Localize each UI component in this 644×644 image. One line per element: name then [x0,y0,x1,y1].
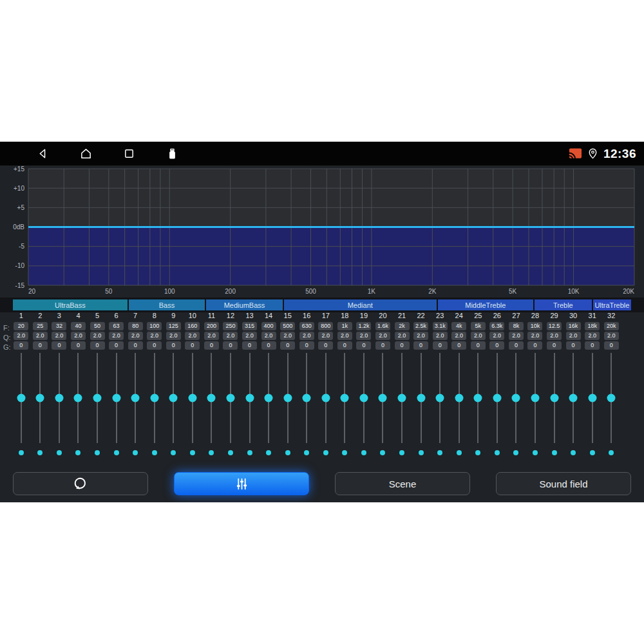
q-value[interactable]: 2.0 [261,332,276,340]
channel-indicator-dot[interactable] [285,450,290,455]
channel-indicator-dot[interactable] [228,450,233,455]
slider-knob[interactable] [436,394,444,402]
gain-value[interactable]: 0 [223,341,238,350]
slider-knob[interactable] [112,394,120,402]
gain-value[interactable]: 0 [375,341,390,350]
gain-value[interactable]: 0 [204,341,219,350]
gain-value[interactable]: 0 [489,341,504,350]
slider-knob[interactable] [607,394,616,402]
gain-value[interactable]: 0 [451,341,466,350]
gain-value[interactable]: 0 [185,341,200,350]
q-value[interactable]: 2.0 [585,332,600,340]
q-value[interactable]: 2.0 [71,332,86,340]
channel-indicator-dot[interactable] [399,450,404,455]
band-tab-mediant[interactable]: Mediant [284,299,437,310]
q-value[interactable]: 2.0 [147,332,162,340]
q-value[interactable]: 2.0 [356,332,371,340]
frequency-value[interactable]: 4k [451,322,466,330]
q-value[interactable]: 2.0 [566,332,581,340]
slider-knob[interactable] [569,394,578,402]
frequency-value[interactable]: 2k [395,322,410,330]
frequency-value[interactable]: 63 [109,322,124,330]
channel-indicator-dot[interactable] [495,450,500,455]
slider-knob[interactable] [379,394,387,402]
slider-knob[interactable] [131,394,140,402]
slider-knob[interactable] [169,394,178,402]
channel-indicator-dot[interactable] [19,450,24,455]
q-value[interactable]: 2.0 [128,332,143,340]
gain-value[interactable]: 0 [395,341,410,350]
q-value[interactable]: 2.0 [547,332,562,340]
q-value[interactable]: 2.0 [223,332,238,340]
q-value[interactable]: 2.0 [451,332,466,340]
channel-indicator-dot[interactable] [152,450,157,455]
channel-indicator-dot[interactable] [419,450,424,455]
frequency-value[interactable]: 18k [585,322,600,330]
frequency-value[interactable]: 1.2k [356,322,371,330]
slider-knob[interactable] [207,394,216,402]
frequency-value[interactable]: 2.5k [413,322,428,330]
frequency-value[interactable]: 20k [604,322,619,330]
band-tab-bass[interactable]: Bass [129,299,205,310]
scene-button[interactable]: Scene [335,472,470,495]
channel-indicator-dot[interactable] [437,450,442,455]
q-value[interactable]: 2.0 [318,332,333,340]
slider-knob[interactable] [531,394,539,402]
q-value[interactable]: 2.0 [375,332,390,340]
gain-value[interactable]: 0 [527,341,542,350]
frequency-value[interactable]: 20 [14,322,28,330]
gain-value[interactable]: 0 [413,341,428,350]
channel-indicator-dot[interactable] [75,450,80,455]
q-value[interactable]: 2.0 [242,332,257,340]
channel-indicator-dot[interactable] [57,450,62,455]
sound-field-button[interactable]: Sound field [496,472,631,495]
q-value[interactable]: 2.0 [509,332,524,340]
slider-knob[interactable] [493,394,501,402]
channel-indicator-dot[interactable] [304,450,309,455]
gain-value[interactable]: 0 [33,341,48,350]
gain-value[interactable]: 0 [280,341,295,350]
channel-indicator-dot[interactable] [590,450,595,455]
q-value[interactable]: 2.0 [471,332,486,340]
frequency-value[interactable]: 630 [299,322,314,330]
frequency-value[interactable]: 8k [509,322,524,330]
channel-indicator-dot[interactable] [209,450,214,455]
q-value[interactable]: 2.0 [52,332,66,340]
channel-indicator-dot[interactable] [247,450,252,455]
gain-value[interactable]: 0 [52,341,66,350]
channel-indicator-dot[interactable] [475,450,480,455]
frequency-value[interactable]: 50 [90,322,105,330]
channel-indicator-dot[interactable] [266,450,271,455]
gain-value[interactable]: 0 [585,341,600,350]
band-tab-mediumbass[interactable]: MediumBass [206,299,283,310]
slider-knob[interactable] [341,394,349,402]
gain-value[interactable]: 0 [471,341,486,350]
slider-knob[interactable] [303,394,311,402]
frequency-value[interactable]: 400 [261,322,276,330]
frequency-value[interactable]: 16k [566,322,581,330]
channel-indicator-dot[interactable] [513,450,518,455]
slider-knob[interactable] [283,394,292,402]
channel-indicator-dot[interactable] [609,450,614,455]
gain-value[interactable]: 0 [337,341,352,350]
slider-knob[interactable] [55,394,63,402]
eq-button[interactable] [174,472,309,495]
channel-indicator-dot[interactable] [552,450,557,455]
frequency-value[interactable]: 800 [318,322,333,330]
gain-value[interactable]: 0 [71,341,86,350]
frequency-value[interactable]: 100 [147,322,162,330]
channel-indicator-dot[interactable] [533,450,538,455]
slider-knob[interactable] [512,394,520,402]
slider-knob[interactable] [398,394,406,402]
frequency-value[interactable]: 315 [242,322,257,330]
gain-value[interactable]: 0 [318,341,333,350]
slider-knob[interactable] [321,394,330,402]
q-value[interactable]: 2.0 [299,332,314,340]
slider-knob[interactable] [74,394,82,402]
gain-value[interactable]: 0 [433,341,448,350]
slider-knob[interactable] [226,394,234,402]
gain-value[interactable]: 0 [299,341,314,350]
channel-indicator-dot[interactable] [95,450,100,455]
q-value[interactable]: 2.0 [395,332,410,340]
channel-indicator-dot[interactable] [171,450,176,455]
